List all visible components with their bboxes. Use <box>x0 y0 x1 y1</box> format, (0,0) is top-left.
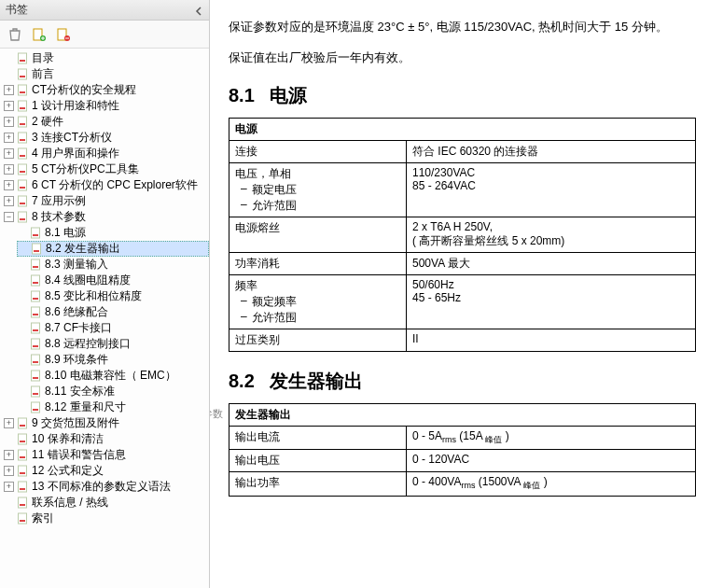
expand-twisty-icon[interactable]: + <box>4 482 14 492</box>
expand-twisty-icon[interactable]: + <box>4 117 14 127</box>
tree-item[interactable]: 索引 <box>4 511 209 526</box>
tree-item[interactable]: +7 应用示例 <box>4 193 209 209</box>
svg-rect-59 <box>20 488 25 490</box>
svg-rect-27 <box>33 234 38 236</box>
tree-item[interactable]: +CT分析仪的安全规程 <box>4 82 209 98</box>
svg-rect-36 <box>32 307 40 317</box>
expand-twisty-icon[interactable]: + <box>4 418 14 428</box>
page-icon <box>30 401 42 413</box>
svg-rect-34 <box>32 291 40 301</box>
tree-item[interactable]: +1 设计用途和特性 <box>4 98 209 114</box>
twisty-spacer <box>4 434 14 444</box>
tree-item[interactable]: 8.2 发生器输出 <box>17 241 209 257</box>
tree-item[interactable]: −8 技术参数 <box>4 209 209 225</box>
svg-rect-8 <box>19 85 27 95</box>
svg-rect-57 <box>20 472 25 474</box>
table-row: 电压，单相额定电压允许范围110/230VAC85 - 264VAC <box>229 163 696 217</box>
svg-rect-18 <box>19 164 27 175</box>
tree-item[interactable]: 8.1 电源 <box>17 225 209 241</box>
tree-item[interactable]: 8.6 绝缘配合 <box>17 304 209 320</box>
tree-item[interactable]: 联系信息 / 热线 <box>4 495 209 511</box>
tree-item[interactable]: 8.9 环境条件 <box>17 352 209 368</box>
page-icon <box>17 195 29 207</box>
svg-rect-29 <box>34 250 39 252</box>
tree-item[interactable]: 8.11 安全标准 <box>17 384 209 399</box>
sidebar-header: 书签 <box>0 0 209 21</box>
bookmarks-sidebar: 书签 目录前言+CT分析仪的安全规程+1 设计用途和特性+2 硬件+3 连接CT… <box>0 0 210 588</box>
svg-rect-20 <box>19 180 27 190</box>
tree-item[interactable]: +3 连接CT分析仪 <box>4 130 209 146</box>
page-icon <box>17 481 29 493</box>
page-icon <box>30 338 42 350</box>
collapse-icon[interactable] <box>194 6 203 15</box>
svg-rect-14 <box>19 133 27 143</box>
tree-item[interactable]: +5 CT分析仪PC工具集 <box>4 161 209 177</box>
expand-twisty-icon[interactable]: + <box>4 133 14 143</box>
tree-item[interactable]: 8.5 变比和相位精度 <box>17 288 209 304</box>
expand-twisty-icon[interactable]: + <box>4 450 14 460</box>
tree-item-label: 13 不同标准的参数定义语法 <box>32 479 171 495</box>
page-icon <box>17 68 29 80</box>
expand-twisty-icon[interactable]: + <box>4 164 14 175</box>
tree-item[interactable]: +6 CT 分析仪的 CPC Explorer软件 <box>4 177 209 193</box>
expand-twisty-icon[interactable]: + <box>4 101 14 111</box>
expand-twisty-icon[interactable]: + <box>4 180 14 190</box>
trash-icon[interactable] <box>7 27 22 42</box>
tree-item[interactable]: 8.7 CF卡接口 <box>17 320 209 336</box>
tree-item[interactable]: +12 公式和定义 <box>4 463 209 479</box>
new-bookmark-icon[interactable] <box>32 27 47 42</box>
new-folder-icon[interactable] <box>56 27 71 42</box>
twisty-spacer <box>17 291 27 301</box>
svg-rect-33 <box>33 282 38 284</box>
tree-item[interactable]: +9 交货范围及附件 <box>4 415 209 431</box>
tree-item[interactable]: +11 错误和警告信息 <box>4 447 209 463</box>
tree-item-label: 8.4 线圈电阻精度 <box>45 273 131 288</box>
bookmark-tree[interactable]: 目录前言+CT分析仪的安全规程+1 设计用途和特性+2 硬件+3 连接CT分析仪… <box>0 49 209 588</box>
tree-item[interactable]: 8.8 远程控制接口 <box>17 336 209 352</box>
svg-rect-5 <box>20 60 25 62</box>
page-icon <box>17 449 29 461</box>
tree-item-label: 4 用户界面和操作 <box>32 146 119 161</box>
tree-item[interactable]: +2 硬件 <box>4 114 209 130</box>
tree-item[interactable]: 8.4 线圈电阻精度 <box>17 273 209 288</box>
tree-item[interactable]: 前言 <box>4 66 209 82</box>
tree-item-label: 联系信息 / 热线 <box>32 495 108 511</box>
svg-rect-41 <box>33 345 38 347</box>
tree-item[interactable]: 8.10 电磁兼容性（ EMC） <box>17 368 209 384</box>
page-icon <box>31 243 43 255</box>
sidebar-title: 书签 <box>6 2 188 18</box>
expand-twisty-icon[interactable]: + <box>4 466 14 476</box>
svg-rect-44 <box>32 371 40 381</box>
tree-item[interactable]: 8.3 测量输入 <box>17 257 209 273</box>
tree-item-label: 8.10 电磁兼容性（ EMC） <box>45 368 176 384</box>
svg-rect-16 <box>19 148 27 159</box>
table-header: 发生器输出 <box>229 404 696 427</box>
svg-rect-46 <box>32 386 40 397</box>
intro-paragraph-2: 保证值在出厂校验后一年内有效。 <box>229 49 696 67</box>
tree-item[interactable]: +4 用户界面和操作 <box>4 146 209 161</box>
twisty-spacer <box>17 355 27 365</box>
page-icon <box>17 100 29 112</box>
tree-item[interactable]: 10 保养和清洁 <box>4 431 209 447</box>
page-icon <box>30 290 42 302</box>
tree-item[interactable]: 8.12 重量和尺寸 <box>17 399 209 415</box>
svg-rect-40 <box>32 339 40 349</box>
twisty-spacer <box>17 228 27 238</box>
collapse-twisty-icon[interactable]: − <box>4 212 14 222</box>
twisty-spacer <box>4 69 14 79</box>
tree-item-label: 12 公式和定义 <box>32 463 104 479</box>
expand-twisty-icon[interactable]: + <box>4 148 14 159</box>
page-icon <box>17 147 29 160</box>
expand-twisty-icon[interactable]: + <box>4 196 14 206</box>
svg-rect-38 <box>32 323 40 333</box>
twisty-spacer <box>17 402 27 413</box>
svg-rect-49 <box>33 409 38 411</box>
tree-item[interactable]: +13 不同标准的参数定义语法 <box>4 479 209 495</box>
tree-item[interactable]: 目录 <box>4 50 209 66</box>
svg-rect-26 <box>32 228 40 238</box>
page-icon <box>17 179 29 191</box>
page-icon <box>17 465 29 477</box>
svg-rect-53 <box>20 441 25 442</box>
svg-rect-51 <box>20 425 25 427</box>
expand-twisty-icon[interactable]: + <box>4 85 14 95</box>
